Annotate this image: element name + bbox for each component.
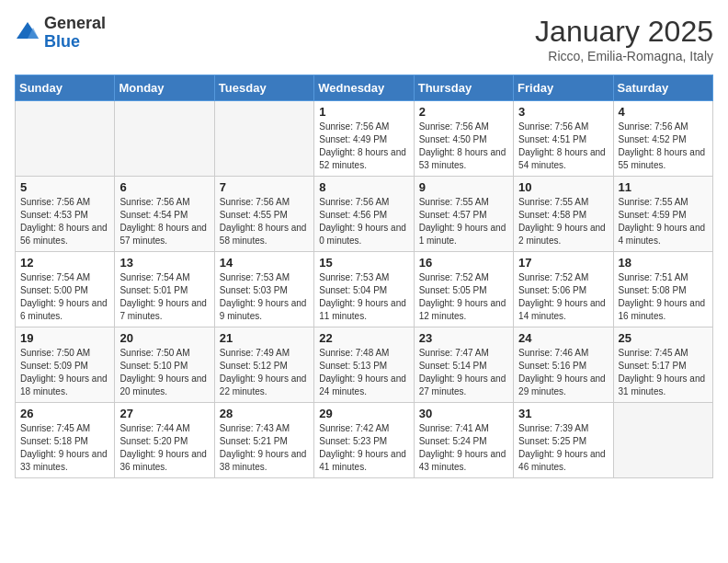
calendar-cell: 6Sunrise: 7:56 AM Sunset: 4:54 PM Daylig…: [115, 177, 214, 252]
calendar-cell: 28Sunrise: 7:43 AM Sunset: 5:21 PM Dayli…: [214, 403, 313, 478]
logo-text: General Blue: [44, 15, 106, 52]
day-info: Sunrise: 7:45 AM Sunset: 5:18 PM Dayligh…: [20, 422, 109, 474]
day-info: Sunrise: 7:50 AM Sunset: 5:10 PM Dayligh…: [119, 347, 209, 398]
day-number: 16: [419, 256, 508, 270]
location: Ricco, Emilia-Romagna, Italy: [535, 49, 713, 63]
day-info: Sunrise: 7:56 AM Sunset: 4:49 PM Dayligh…: [319, 121, 408, 172]
day-info: Sunrise: 7:51 AM Sunset: 5:08 PM Dayligh…: [619, 271, 708, 323]
calendar-cell: 11Sunrise: 7:55 AM Sunset: 4:59 PM Dayli…: [613, 177, 712, 252]
day-info: Sunrise: 7:43 AM Sunset: 5:21 PM Dayligh…: [220, 422, 309, 474]
day-info: Sunrise: 7:48 AM Sunset: 5:13 PM Dayligh…: [319, 347, 408, 398]
calendar-cell: 16Sunrise: 7:52 AM Sunset: 5:05 PM Dayli…: [414, 252, 513, 327]
logo-general: General: [44, 15, 106, 33]
day-number: 3: [518, 105, 608, 119]
day-info: Sunrise: 7:39 AM Sunset: 5:25 PM Dayligh…: [518, 422, 608, 474]
calendar-cell: 9Sunrise: 7:55 AM Sunset: 4:57 PM Daylig…: [414, 177, 513, 252]
day-number: 9: [419, 180, 508, 194]
day-info: Sunrise: 7:52 AM Sunset: 5:05 PM Dayligh…: [419, 271, 508, 323]
logo-blue: Blue: [44, 33, 106, 52]
day-number: 1: [319, 105, 408, 119]
day-number: 27: [119, 407, 209, 420]
day-number: 25: [619, 331, 708, 345]
calendar-cell: 27Sunrise: 7:44 AM Sunset: 5:20 PM Dayli…: [115, 403, 214, 478]
day-info: Sunrise: 7:56 AM Sunset: 4:55 PM Dayligh…: [220, 196, 309, 247]
day-number: 10: [518, 180, 608, 194]
logo-icon: [15, 20, 40, 46]
day-info: Sunrise: 7:55 AM Sunset: 4:57 PM Dayligh…: [419, 196, 508, 247]
calendar-cell: 3Sunrise: 7:56 AM Sunset: 4:51 PM Daylig…: [514, 101, 613, 177]
calendar-cell: 29Sunrise: 7:42 AM Sunset: 5:23 PM Dayli…: [314, 403, 414, 478]
calendar-cell: 20Sunrise: 7:50 AM Sunset: 5:10 PM Dayli…: [115, 327, 214, 403]
calendar-week-row: 12Sunrise: 7:54 AM Sunset: 5:00 PM Dayli…: [16, 252, 713, 327]
day-number: 11: [619, 180, 708, 194]
calendar-cell: 17Sunrise: 7:52 AM Sunset: 5:06 PM Dayli…: [514, 252, 613, 327]
day-info: Sunrise: 7:55 AM Sunset: 4:59 PM Dayligh…: [619, 196, 708, 247]
day-info: Sunrise: 7:50 AM Sunset: 5:09 PM Dayligh…: [20, 347, 109, 398]
calendar-cell: 12Sunrise: 7:54 AM Sunset: 5:00 PM Dayli…: [16, 252, 115, 327]
weekday-header-thursday: Thursday: [414, 75, 513, 101]
calendar-cell: 19Sunrise: 7:50 AM Sunset: 5:09 PM Dayli…: [16, 327, 115, 403]
day-number: 4: [619, 105, 708, 119]
day-number: 24: [518, 331, 608, 345]
day-number: 23: [419, 331, 508, 345]
title-section: January 2025 Ricco, Emilia-Romagna, Ital…: [535, 15, 713, 63]
day-number: 7: [220, 180, 309, 194]
calendar-cell: 5Sunrise: 7:56 AM Sunset: 4:53 PM Daylig…: [16, 177, 115, 252]
weekday-header-friday: Friday: [514, 75, 613, 101]
day-number: 15: [319, 256, 408, 270]
calendar-cell: 23Sunrise: 7:47 AM Sunset: 5:14 PM Dayli…: [414, 327, 513, 403]
calendar-cell: 22Sunrise: 7:48 AM Sunset: 5:13 PM Dayli…: [314, 327, 414, 403]
day-info: Sunrise: 7:55 AM Sunset: 4:58 PM Dayligh…: [518, 196, 608, 247]
day-number: 8: [319, 180, 408, 194]
day-info: Sunrise: 7:45 AM Sunset: 5:17 PM Dayligh…: [619, 347, 708, 398]
day-info: Sunrise: 7:56 AM Sunset: 4:50 PM Dayligh…: [419, 121, 508, 172]
day-info: Sunrise: 7:53 AM Sunset: 5:03 PM Dayligh…: [220, 271, 309, 323]
day-number: 12: [20, 256, 109, 270]
day-number: 13: [119, 256, 209, 270]
day-info: Sunrise: 7:56 AM Sunset: 4:54 PM Dayligh…: [119, 196, 209, 247]
day-number: 21: [220, 331, 309, 345]
calendar-week-row: 1Sunrise: 7:56 AM Sunset: 4:49 PM Daylig…: [16, 101, 713, 177]
day-info: Sunrise: 7:56 AM Sunset: 4:53 PM Dayligh…: [20, 196, 109, 247]
calendar-cell: 10Sunrise: 7:55 AM Sunset: 4:58 PM Dayli…: [514, 177, 613, 252]
calendar-cell: 1Sunrise: 7:56 AM Sunset: 4:49 PM Daylig…: [314, 101, 414, 177]
day-info: Sunrise: 7:54 AM Sunset: 5:00 PM Dayligh…: [20, 271, 109, 323]
calendar-week-row: 5Sunrise: 7:56 AM Sunset: 4:53 PM Daylig…: [16, 177, 713, 252]
day-number: 14: [220, 256, 309, 270]
day-info: Sunrise: 7:42 AM Sunset: 5:23 PM Dayligh…: [319, 422, 408, 474]
day-info: Sunrise: 7:46 AM Sunset: 5:16 PM Dayligh…: [518, 347, 608, 398]
day-number: 22: [319, 331, 408, 345]
day-number: 29: [319, 407, 408, 420]
calendar-week-row: 26Sunrise: 7:45 AM Sunset: 5:18 PM Dayli…: [16, 403, 713, 478]
calendar-cell: [214, 101, 313, 177]
calendar-cell: [16, 101, 115, 177]
day-info: Sunrise: 7:53 AM Sunset: 5:04 PM Dayligh…: [319, 271, 408, 323]
day-number: 2: [419, 105, 508, 119]
weekday-header-monday: Monday: [115, 75, 214, 101]
day-info: Sunrise: 7:44 AM Sunset: 5:20 PM Dayligh…: [119, 422, 209, 474]
calendar-cell: 2Sunrise: 7:56 AM Sunset: 4:50 PM Daylig…: [414, 101, 513, 177]
calendar-cell: 26Sunrise: 7:45 AM Sunset: 5:18 PM Dayli…: [16, 403, 115, 478]
calendar-cell: 13Sunrise: 7:54 AM Sunset: 5:01 PM Dayli…: [115, 252, 214, 327]
day-number: 20: [119, 331, 209, 345]
calendar-cell: 31Sunrise: 7:39 AM Sunset: 5:25 PM Dayli…: [514, 403, 613, 478]
day-number: 5: [20, 180, 109, 194]
day-number: 28: [220, 407, 309, 420]
calendar-week-row: 19Sunrise: 7:50 AM Sunset: 5:09 PM Dayli…: [16, 327, 713, 403]
calendar-table: SundayMondayTuesdayWednesdayThursdayFrid…: [15, 75, 713, 478]
day-number: 26: [20, 407, 109, 420]
day-info: Sunrise: 7:41 AM Sunset: 5:24 PM Dayligh…: [419, 422, 508, 474]
day-number: 30: [419, 407, 508, 420]
month-title: January 2025: [535, 15, 713, 49]
page-header: General Blue January 2025 Ricco, Emilia-…: [15, 15, 713, 63]
calendar-cell: [115, 101, 214, 177]
day-info: Sunrise: 7:56 AM Sunset: 4:56 PM Dayligh…: [319, 196, 408, 247]
calendar-cell: 4Sunrise: 7:56 AM Sunset: 4:52 PM Daylig…: [613, 101, 712, 177]
calendar-cell: 25Sunrise: 7:45 AM Sunset: 5:17 PM Dayli…: [613, 327, 712, 403]
day-info: Sunrise: 7:47 AM Sunset: 5:14 PM Dayligh…: [419, 347, 508, 398]
calendar-cell: 24Sunrise: 7:46 AM Sunset: 5:16 PM Dayli…: [514, 327, 613, 403]
day-info: Sunrise: 7:54 AM Sunset: 5:01 PM Dayligh…: [119, 271, 209, 323]
calendar-cell: 7Sunrise: 7:56 AM Sunset: 4:55 PM Daylig…: [214, 177, 313, 252]
day-info: Sunrise: 7:52 AM Sunset: 5:06 PM Dayligh…: [518, 271, 608, 323]
day-info: Sunrise: 7:49 AM Sunset: 5:12 PM Dayligh…: [220, 347, 309, 398]
